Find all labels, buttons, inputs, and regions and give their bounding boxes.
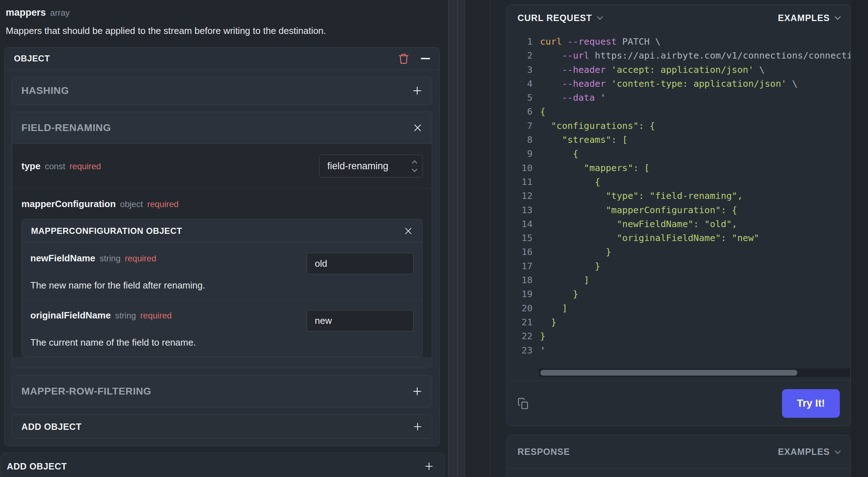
object-panel-title: OBJECT <box>14 54 50 64</box>
code-line-content: { <box>533 147 578 161</box>
property-description: The new name for the field after renamin… <box>30 280 414 291</box>
mapper-row-filtering-section[interactable]: MAPPER-ROW-FILTERING <box>12 375 432 407</box>
code-line: 13 "mapperConfiguration": { <box>507 203 851 217</box>
code-line-content: "mapperConfiguration": { <box>533 203 737 217</box>
code-line: 14 "newFieldName": "old", <box>507 217 851 231</box>
code-line: 11 { <box>507 175 851 189</box>
code-line-content: ] <box>533 273 589 287</box>
code-line-content: ] <box>533 301 567 315</box>
property-kind: string <box>100 253 121 263</box>
code-line: 12 "type": "field-renaming", <box>507 189 851 203</box>
mapper-configuration-row: mapperConfiguration object required <box>12 189 432 219</box>
add-plus-icon <box>424 461 434 471</box>
code-line: 23' <box>507 343 851 357</box>
code-line: 17 } <box>507 259 851 273</box>
scrollbar-line <box>457 0 458 477</box>
hashing-title: HASHING <box>21 85 69 96</box>
required-badge: required <box>125 253 156 263</box>
response-panel-header: RESPONSE EXAMPLES <box>507 435 851 469</box>
line-number: 22 <box>507 329 533 343</box>
code-line-content: --header 'accept: application/json' \ <box>533 63 765 77</box>
add-object-outer-button[interactable]: ADD OBJECT <box>1 453 444 477</box>
code-line: 19 } <box>507 287 851 301</box>
curl-panel-header: CURL REQUEST EXAMPLES <box>507 5 851 31</box>
original-field-name-input[interactable]: new <box>307 310 414 331</box>
mapper-configuration-panel: MAPPERCONFIGURATION OBJECT newFieldName … <box>21 219 423 357</box>
chevron-down-icon <box>597 14 603 20</box>
line-number: 8 <box>507 133 533 147</box>
line-number: 12 <box>507 189 533 203</box>
select-stepper-icon <box>413 161 417 171</box>
line-number: 18 <box>507 273 533 287</box>
column-divider <box>490 0 490 477</box>
response-panel: RESPONSE EXAMPLES <box>506 435 851 477</box>
field-renaming-section: FIELD-RENAMING type const required field… <box>12 112 432 368</box>
code-line: 18 ] <box>507 273 851 287</box>
code-line: 2 --url https://api.airbyte.com/v1/conne… <box>507 49 851 62</box>
mapper-row-filtering-title: MAPPER-ROW-FILTERING <box>21 386 151 397</box>
mapper-configuration-panel-header: MAPPERCONFIGURATION OBJECT <box>22 219 422 243</box>
collapse-minus-icon[interactable] <box>421 58 430 59</box>
type-select-value: field-renaming <box>327 161 388 172</box>
code-line-content: } <box>533 259 600 273</box>
code-line: 20 ] <box>507 301 851 315</box>
line-number: 5 <box>507 91 533 105</box>
add-plus-icon[interactable] <box>412 85 423 96</box>
code-line-content: "newFieldName": "old", <box>533 217 737 231</box>
horizontal-scrollbar-track[interactable] <box>539 368 851 377</box>
response-title: RESPONSE <box>518 447 570 457</box>
hashing-section[interactable]: HASHING <box>12 77 432 105</box>
close-x-icon[interactable] <box>404 226 413 236</box>
response-examples-dropdown[interactable]: EXAMPLES <box>778 447 840 457</box>
field-renaming-header[interactable]: FIELD-RENAMING <box>12 112 432 144</box>
line-number: 11 <box>507 175 533 189</box>
field-renaming-body: type const required field-renaming mappe… <box>12 144 432 357</box>
code-line: 4 --header 'content-type: application/js… <box>507 77 851 91</box>
code-line-content: --header 'content-type: application/json… <box>533 77 798 91</box>
code-line: 7 "configurations": { <box>507 119 851 133</box>
close-x-icon[interactable] <box>413 123 423 133</box>
examples-dropdown[interactable]: EXAMPLES <box>778 13 840 23</box>
object-panel: OBJECT HASHING FIELD-RENAMING type const <box>4 47 440 446</box>
trash-icon[interactable] <box>398 53 409 64</box>
code-line-content: ' <box>533 343 545 357</box>
code-line: 5 --data ' <box>507 91 851 105</box>
line-number: 17 <box>507 259 533 273</box>
property-kind: object <box>120 199 143 209</box>
vertical-scrollbar-track[interactable] <box>448 0 465 477</box>
examples-label: EXAMPLES <box>778 13 830 23</box>
horizontal-scrollbar-thumb[interactable] <box>540 370 797 376</box>
code-line: 6{ <box>507 105 851 119</box>
code-line: 21 } <box>507 315 851 329</box>
mapper-configuration-panel-title: MAPPERCONFIGURATION OBJECT <box>31 226 182 236</box>
original-field-name-row: originalFieldName string required new Th… <box>22 300 422 357</box>
type-select[interactable]: field-renaming <box>319 155 423 177</box>
line-number: 7 <box>507 119 533 133</box>
try-it-button[interactable]: Try It! <box>782 389 840 418</box>
field-description: Mappers that should be applied to the st… <box>6 25 448 36</box>
add-object-label: ADD OBJECT <box>7 461 67 472</box>
property-kind: string <box>115 311 136 321</box>
type-property-row: type const required field-renaming <box>12 144 432 189</box>
code-line-content: { <box>533 175 600 189</box>
add-object-inner-button[interactable]: ADD OBJECT <box>12 415 432 439</box>
code-line-content: } <box>533 245 611 259</box>
add-plus-icon <box>413 422 423 432</box>
curl-request-dropdown[interactable]: CURL REQUEST <box>518 13 602 23</box>
curl-request-panel: CURL REQUEST EXAMPLES 1curl --request PA… <box>506 4 851 426</box>
object-panel-header: OBJECT <box>5 47 439 70</box>
add-plus-icon[interactable] <box>412 386 423 397</box>
copy-icon[interactable] <box>518 398 529 409</box>
code-line-content: curl --request PATCH \ <box>533 35 661 49</box>
property-description: The current name of the field to rename. <box>30 337 414 348</box>
curl-panel-footer: Try It! <box>507 381 851 426</box>
curl-code-block[interactable]: 1curl --request PATCH \2 --url https://a… <box>507 31 851 381</box>
line-number: 14 <box>507 217 533 231</box>
property-kind: const <box>45 161 65 171</box>
code-line-content: { <box>533 105 545 119</box>
code-line: 15 "originalFieldName": "new" <box>507 231 851 245</box>
code-line: 16 } <box>507 245 851 259</box>
property-name: newFieldName <box>30 253 95 264</box>
new-field-name-input[interactable]: old <box>307 253 414 274</box>
code-line-content: "mappers": [ <box>533 161 650 175</box>
